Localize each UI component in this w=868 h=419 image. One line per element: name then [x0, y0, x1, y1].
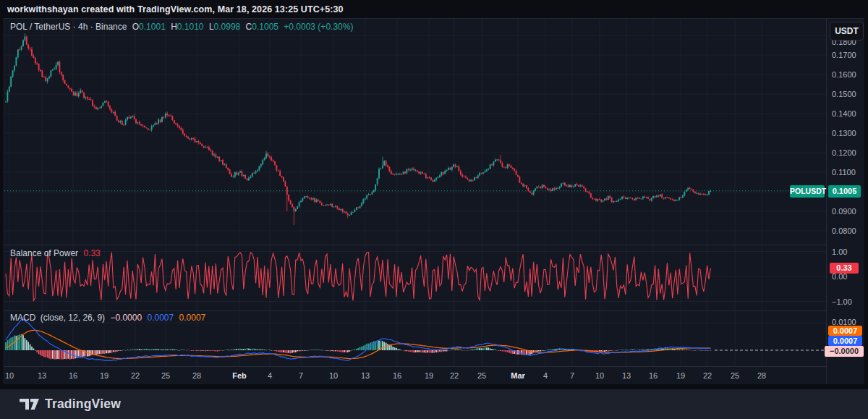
open-label: O	[132, 22, 139, 32]
time-tick-month: Mar	[511, 371, 525, 380]
attribution-text: workwithshayan created with TradingView.…	[7, 3, 344, 16]
time-tick: 25	[731, 371, 739, 380]
time-tick: 7	[570, 371, 574, 380]
bop-tick: −1.00	[832, 297, 852, 306]
time-tick: 10	[5, 371, 14, 380]
price-tick: 0.1100	[832, 168, 856, 177]
high-value: 0.1010	[177, 22, 204, 32]
price-tick: 0.1500	[832, 90, 856, 98]
time-tick: 10	[329, 371, 338, 380]
time-tick: 19	[676, 371, 685, 380]
time-tick: 13	[622, 371, 631, 380]
price-tick: 0.1600	[832, 70, 856, 79]
bop-value: 0.33	[83, 248, 100, 258]
tradingview-logo-link[interactable]: TradingView	[20, 398, 121, 410]
time-tick: 22	[131, 371, 140, 380]
time-tick: 22	[703, 371, 712, 380]
currency-button[interactable]: USDT	[830, 22, 864, 41]
time-tick: 25	[161, 371, 170, 380]
time-tick: 19	[425, 371, 433, 380]
macd-line-value: 0.0007	[147, 313, 174, 323]
time-tick: 10	[595, 371, 604, 380]
time-tick: 7	[299, 371, 303, 380]
price-axis[interactable]: 0.1800 0.1005 0.33 0.0100 0.0007 0.0007 …	[826, 19, 864, 384]
macd-line-badge: 0.0007	[828, 336, 862, 346]
open-value: 0.1001	[139, 22, 166, 32]
main-legend: POL / TetherUS · 4h · Binance O0.1001 H0…	[10, 22, 356, 32]
time-tick: 19	[100, 371, 109, 380]
change-value: +0.0003 (+0.30%)	[284, 22, 353, 32]
tradingview-logo-icon	[20, 399, 39, 410]
macd-signal-badge: 0.0007	[828, 326, 862, 336]
time-tick: 13	[361, 371, 370, 380]
time-tick: 13	[38, 371, 46, 380]
time-tick: 25	[477, 371, 486, 380]
time-tick: 16	[393, 371, 401, 380]
close-label: C	[246, 22, 252, 32]
price-tick: 0.0900	[832, 207, 856, 216]
page: workwithshayan created with TradingView.…	[0, 0, 868, 419]
time-tick-month: Feb	[232, 371, 247, 380]
bop-legend: Balance of Power 0.33	[10, 248, 103, 258]
time-tick: 4	[268, 371, 272, 380]
bop-value-badge: 0.33	[830, 263, 859, 274]
time-tick: 28	[757, 371, 766, 380]
macd-title: MACD	[10, 313, 35, 323]
footer-bar: TradingView	[0, 389, 868, 419]
low-value: 0.0998	[214, 22, 241, 32]
close-value: 0.1005	[252, 22, 278, 32]
price-tick: 0.1200	[832, 148, 856, 157]
price-tick: 0.1400	[832, 109, 856, 118]
bop-title: Balance of Power	[10, 248, 78, 258]
bop-tick: 1.00	[832, 247, 847, 256]
time-tick: 22	[450, 371, 459, 380]
price-tick: 0.0800	[832, 227, 856, 235]
time-axis[interactable]: 10131619222528Feb47101316192225Mar471013…	[4, 366, 826, 384]
time-tick: 28	[192, 371, 201, 380]
time-tick: 4	[543, 371, 548, 380]
time-tick: 16	[649, 371, 658, 380]
macd-params: (close, 12, 26, 9)	[41, 313, 105, 323]
price-tick: 0.1300	[832, 129, 856, 137]
last-price-badge: 0.1005	[828, 185, 861, 198]
time-tick: 16	[69, 371, 77, 380]
low-label: L	[209, 22, 214, 32]
macd-hist-value: −0.0000	[110, 313, 142, 323]
high-label: H	[171, 22, 177, 32]
symbol-price-line-label: POLUSDT	[790, 185, 825, 198]
macd-signal-value: 0.0007	[179, 313, 206, 323]
chart-frame[interactable]: POL / TetherUS · 4h · Binance O0.1001 H0…	[4, 18, 864, 384]
price-tick: 0.1700	[832, 51, 856, 59]
tradingview-logo-text: TradingView	[45, 397, 121, 412]
macd-legend: MACD (close, 12, 26, 9) −0.0000 0.0007 0…	[10, 313, 208, 323]
symbol-title: POL / TetherUS · 4h · Binance	[10, 22, 127, 32]
macd-hist-badge: −0.0000	[825, 346, 864, 357]
